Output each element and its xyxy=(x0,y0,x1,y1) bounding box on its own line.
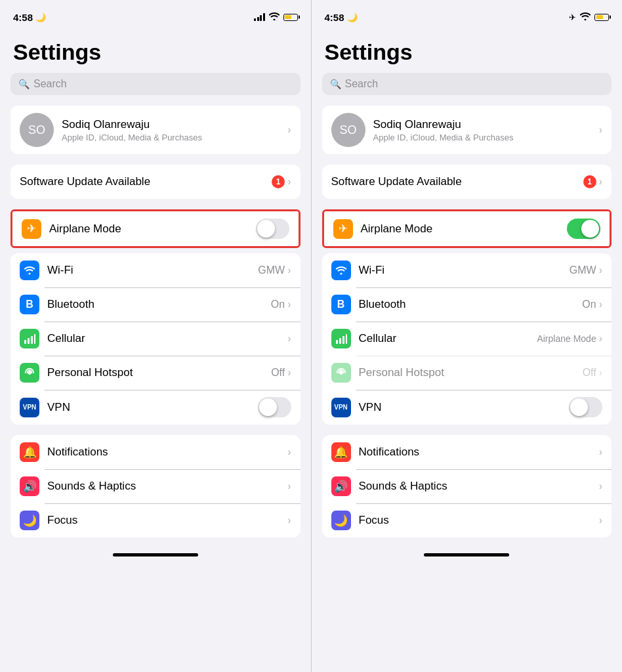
update-group-left: Software Update Available 1 › xyxy=(10,165,301,199)
cellular-label-right: Cellular xyxy=(359,332,397,345)
wifi-value-left: GMW xyxy=(258,264,285,276)
cellular-row-left[interactable]: Cellular › xyxy=(10,322,301,356)
focus-icon-right: 🌙 xyxy=(331,511,351,530)
airplane-toggle-right[interactable] xyxy=(567,219,600,239)
wifi-value-right: GMW xyxy=(570,264,596,276)
airplane-label-right: Airplane Mode xyxy=(361,222,433,236)
bluetooth-label-left: Bluetooth xyxy=(47,298,94,311)
chevron-hotspot-right: › xyxy=(599,367,602,379)
notifications-row-right[interactable]: 🔔 Notifications › xyxy=(322,435,612,469)
avatar-left: SO xyxy=(20,113,54,147)
wifi-label-left: Wi-Fi xyxy=(47,264,73,277)
settings-title-right: Settings xyxy=(312,34,623,73)
hotspot-icon-left xyxy=(20,363,39,383)
wifi-label-right: Wi-Fi xyxy=(359,264,385,277)
chevron-focus-left: › xyxy=(287,514,291,526)
vpn-toggle-right[interactable] xyxy=(569,397,602,417)
vpn-row-left[interactable]: VPN VPN xyxy=(10,390,301,425)
chevron-wifi-left: › xyxy=(287,264,291,276)
chevron-notif-right: › xyxy=(599,446,602,458)
chevron-sounds-right: › xyxy=(599,480,602,492)
vpn-toggle-left[interactable] xyxy=(258,397,291,417)
focus-row-left[interactable]: 🌙 Focus › xyxy=(10,503,301,537)
profile-name-right: Sodiq Olanrewaju xyxy=(373,118,599,131)
airplane-highlight-right: ✈ Airplane Mode xyxy=(322,209,612,248)
svg-rect-3 xyxy=(34,334,35,344)
search-bar-left[interactable]: 🔍 Search xyxy=(10,73,301,95)
airplane-row-right[interactable]: ✈ Airplane Mode xyxy=(324,211,610,246)
airplane-status-icon: ✈ xyxy=(569,12,576,22)
vpn-icon-left: VPN xyxy=(20,398,39,417)
chevron-bt-right: › xyxy=(599,299,602,310)
svg-rect-7 xyxy=(342,336,344,344)
notifications-row-left[interactable]: 🔔 Notifications › xyxy=(10,435,301,469)
profile-row-left[interactable]: SO Sodiq Olanrewaju Apple ID, iCloud, Me… xyxy=(10,106,301,154)
update-row-left[interactable]: Software Update Available 1 › xyxy=(10,165,301,199)
time-left: 4:58 🌙 xyxy=(13,12,46,23)
focus-label-left: Focus xyxy=(47,514,77,527)
wifi-status-icon-left xyxy=(269,12,280,22)
airplane-row-left[interactable]: ✈ Airplane Mode xyxy=(12,211,299,246)
search-placeholder-right: Search xyxy=(345,78,379,90)
network-group-right: Wi-Fi GMW › B Bluetooth On › xyxy=(322,253,612,425)
settings-title-left: Settings xyxy=(0,34,311,73)
focus-icon-left: 🌙 xyxy=(20,511,39,530)
search-bar-right[interactable]: 🔍 Search xyxy=(322,73,612,95)
profile-row-right[interactable]: SO Sodiq Olanrewaju Apple ID, iCloud, Me… xyxy=(322,106,612,154)
profile-group-right: SO Sodiq Olanrewaju Apple ID, iCloud, Me… xyxy=(322,106,612,154)
cellular-row-right[interactable]: Cellular Airplane Mode › xyxy=(322,322,612,356)
bluetooth-value-left: On xyxy=(271,299,285,310)
sounds-row-left[interactable]: 🔊 Sounds & Haptics › xyxy=(10,469,301,503)
sounds-label-left: Sounds & Haptics xyxy=(47,480,136,493)
chevron-bt-left: › xyxy=(287,299,291,310)
vpn-label-left: VPN xyxy=(47,401,70,414)
battery-icon-right xyxy=(594,14,609,21)
sounds-row-right[interactable]: 🔊 Sounds & Haptics › xyxy=(322,469,612,503)
bluetooth-label-right: Bluetooth xyxy=(359,298,406,311)
hotspot-row-right[interactable]: Personal Hotspot Off › xyxy=(322,356,612,390)
home-indicator-right xyxy=(312,548,623,564)
hotspot-icon-right xyxy=(331,363,351,383)
update-row-right[interactable]: Software Update Available 1 › xyxy=(322,165,612,199)
airplane-toggle-left[interactable] xyxy=(256,219,289,239)
vpn-row-right[interactable]: VPN VPN xyxy=(322,390,612,425)
hotspot-row-left[interactable]: Personal Hotspot Off › xyxy=(10,356,301,390)
chevron-profile-left: › xyxy=(287,124,291,136)
airplane-label-left: Airplane Mode xyxy=(49,222,121,236)
search-glass-icon-left: 🔍 xyxy=(18,79,30,89)
cellular-label-left: Cellular xyxy=(47,332,85,345)
update-group-right: Software Update Available 1 › xyxy=(322,165,612,199)
notifications-label-right: Notifications xyxy=(359,446,420,459)
svg-rect-1 xyxy=(28,338,30,344)
focus-label-right: Focus xyxy=(359,514,389,527)
hotspot-label-right: Personal Hotspot xyxy=(359,366,444,379)
wifi-row-right[interactable]: Wi-Fi GMW › xyxy=(322,253,612,287)
chevron-cellular-left: › xyxy=(287,333,291,345)
chevron-wifi-right: › xyxy=(599,264,602,276)
wifi-icon-right xyxy=(331,261,351,280)
bluetooth-icon-left: B xyxy=(20,295,39,314)
status-bar-right: 4:58 🌙 ✈ xyxy=(312,0,623,29)
focus-row-right[interactable]: 🌙 Focus › xyxy=(322,503,612,537)
update-label-left: Software Update Available xyxy=(20,175,150,188)
cellular-value-right: Airplane Mode xyxy=(537,333,596,344)
search-glass-icon-right: 🔍 xyxy=(330,79,341,89)
network-group-left: Wi-Fi GMW › B Bluetooth On › xyxy=(10,253,301,425)
svg-rect-8 xyxy=(346,334,347,344)
svg-rect-0 xyxy=(24,340,26,344)
svg-point-9 xyxy=(339,371,342,374)
left-panel: 4:58 🌙 Settings 🔍 Search xyxy=(0,0,311,672)
chevron-profile-right: › xyxy=(599,124,602,136)
bluetooth-row-right[interactable]: B Bluetooth On › xyxy=(322,287,612,322)
notifications-icon-left: 🔔 xyxy=(20,442,39,462)
sounds-icon-left: 🔊 xyxy=(20,476,39,496)
bluetooth-row-left[interactable]: B Bluetooth On › xyxy=(10,287,301,322)
update-label-right: Software Update Available xyxy=(331,175,462,188)
right-panel: 4:58 🌙 ✈ Settings 🔍 Search SO Sodiq xyxy=(311,0,623,672)
svg-rect-6 xyxy=(339,338,341,344)
notifications-label-left: Notifications xyxy=(47,446,108,459)
chevron-sounds-left: › xyxy=(287,480,291,492)
wifi-row-left[interactable]: Wi-Fi GMW › xyxy=(10,253,301,287)
search-placeholder-left: Search xyxy=(33,78,67,90)
svg-rect-2 xyxy=(31,336,33,344)
